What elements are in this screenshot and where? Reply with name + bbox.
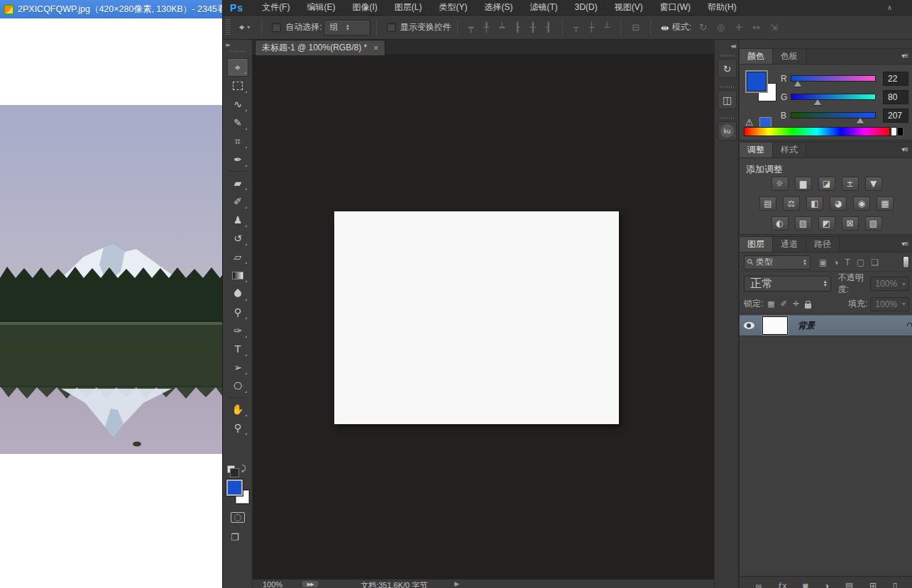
layer-thumbnail[interactable] bbox=[762, 316, 788, 335]
tab-adjustments[interactable]: 调整 bbox=[740, 143, 773, 157]
vibrance-icon[interactable]: ▼ bbox=[865, 177, 882, 191]
hand-tool[interactable]: ✋ bbox=[227, 400, 248, 418]
dodge-tool[interactable]: ⚲ bbox=[227, 303, 248, 321]
menu-item[interactable]: 图像(I) bbox=[344, 0, 385, 15]
history-brush-tool[interactable]: ↺ bbox=[227, 229, 248, 248]
3d-scale-icon[interactable]: ⇲ bbox=[765, 22, 783, 33]
history-panel-cell[interactable]: ↻ bbox=[717, 52, 737, 82]
layer-style-icon[interactable]: ƒx bbox=[778, 581, 787, 588]
status-drag-icon[interactable]: ▶▶ bbox=[302, 581, 318, 587]
layer-visibility-cell[interactable] bbox=[740, 322, 758, 329]
menu-item[interactable]: 滤镜(T) bbox=[521, 0, 566, 15]
3d-rotate-icon[interactable]: ↻ bbox=[694, 22, 712, 33]
swap-colors-icon[interactable]: ⤸ bbox=[241, 464, 246, 473]
type-tool[interactable]: T bbox=[227, 340, 248, 358]
chevron-up-icon[interactable]: ∧ bbox=[887, 4, 892, 11]
viewer-titlebar[interactable]: 2PXICQFQWP.jpg（420×280像素, 130KB）- 2345看图 bbox=[0, 0, 222, 18]
menu-item[interactable]: 窗口(W) bbox=[652, 0, 699, 15]
selective-color-icon[interactable]: ▧ bbox=[865, 216, 882, 231]
3d-roll-icon[interactable]: ◎ bbox=[712, 22, 730, 33]
green-value-field[interactable]: 80 bbox=[883, 90, 908, 104]
quick-select-tool[interactable]: ✎ bbox=[227, 113, 248, 132]
filter-adjustment-icon[interactable]: ◑ bbox=[833, 257, 838, 267]
color-lookup-icon[interactable]: ▦ bbox=[877, 196, 894, 211]
zoom-tool[interactable]: ⚲ bbox=[227, 418, 248, 437]
screen-mode-icon[interactable]: ❐ bbox=[231, 532, 245, 543]
lock-pixels-icon[interactable]: ✐ bbox=[781, 299, 787, 309]
default-colors-icon[interactable] bbox=[227, 465, 235, 473]
canvas[interactable] bbox=[334, 211, 619, 424]
tools-grip[interactable] bbox=[229, 50, 246, 52]
distribute-top-icon[interactable]: ┬ bbox=[568, 22, 584, 33]
auto-select-dropdown[interactable]: 组 ▲▼ bbox=[324, 20, 370, 35]
filter-type-icon[interactable]: T bbox=[845, 257, 850, 267]
blue-value-field[interactable]: 207 bbox=[883, 109, 908, 123]
marquee-tool[interactable] bbox=[227, 77, 248, 95]
align-left-icon[interactable]: ┠ bbox=[510, 22, 525, 33]
properties-panel-icon[interactable]: ◫ bbox=[718, 90, 737, 109]
shape-tool[interactable]: ⎔ bbox=[227, 377, 248, 395]
status-expand-icon[interactable]: ▶ bbox=[454, 580, 459, 587]
blur-tool[interactable] bbox=[227, 284, 248, 303]
properties-panel-cell[interactable]: ◫ bbox=[717, 84, 737, 113]
gamut-warning-icon[interactable]: ⚠ bbox=[745, 117, 754, 128]
menu-item[interactable]: 视图(V) bbox=[606, 0, 652, 15]
move-tool[interactable]: ⌖ bbox=[227, 58, 248, 77]
menu-item[interactable]: 选择(S) bbox=[476, 0, 521, 15]
clone-stamp-tool[interactable]: ♟ bbox=[227, 211, 248, 229]
foreground-color-swatch[interactable] bbox=[226, 479, 243, 496]
pen-tool[interactable]: ✑ bbox=[227, 321, 248, 340]
threshold-icon[interactable]: ◩ bbox=[818, 216, 835, 231]
opacity-dropdown[interactable]: 100% ▼ bbox=[870, 277, 909, 291]
align-top-icon[interactable]: ┯ bbox=[463, 22, 479, 33]
red-slider-handle[interactable] bbox=[794, 81, 801, 87]
spot-healing-tool[interactable]: ▰ bbox=[227, 174, 248, 192]
layer-filter-dropdown[interactable]: ⚲ 类型 ▲▼ bbox=[744, 255, 811, 270]
align-bottom-icon[interactable]: ┷ bbox=[494, 22, 510, 33]
hue-saturation-icon[interactable]: ▤ bbox=[759, 196, 776, 211]
menu-item[interactable]: 3D(D) bbox=[566, 0, 606, 15]
red-slider-track[interactable] bbox=[791, 75, 876, 82]
document-tab[interactable]: 未标题-1 @ 100%(RGB/8) * × bbox=[255, 40, 385, 55]
green-slider-track[interactable] bbox=[791, 94, 876, 100]
exposure-icon[interactable]: ± bbox=[842, 177, 859, 191]
filter-shape-icon[interactable]: ▢ bbox=[857, 257, 864, 267]
quick-mask-icon[interactable] bbox=[231, 512, 245, 523]
eraser-tool[interactable]: ▱ bbox=[227, 248, 248, 266]
align-vcenter-icon[interactable]: ╀ bbox=[479, 22, 495, 33]
tools-collapse-icon[interactable]: ▸▸ bbox=[226, 41, 229, 48]
panel-menu-icon[interactable]: ▾≡ bbox=[901, 240, 908, 248]
lasso-tool[interactable]: ∿ bbox=[227, 95, 248, 113]
menu-item[interactable]: 帮助(H) bbox=[699, 0, 745, 15]
align-hcenter-icon[interactable]: ╂ bbox=[525, 22, 541, 33]
color-balance-icon[interactable]: ⚖ bbox=[783, 196, 800, 211]
link-layers-icon[interactable]: ∞ bbox=[756, 581, 762, 588]
tab-styles[interactable]: 样式 bbox=[773, 143, 806, 157]
options-grip[interactable] bbox=[226, 19, 231, 36]
filter-smartobject-icon[interactable]: ❏ bbox=[871, 257, 879, 267]
spectrum-black-swatch[interactable] bbox=[897, 127, 903, 136]
tool-preset-dropdown-icon[interactable]: ▾ bbox=[247, 24, 250, 30]
photoshop-logo[interactable]: Ps bbox=[223, 2, 253, 13]
kuler-panel-cell[interactable]: ku bbox=[717, 115, 737, 145]
gradient-map-icon[interactable]: ⊠ bbox=[842, 216, 859, 231]
brightness-contrast-icon[interactable]: ☼ bbox=[771, 177, 789, 191]
panel-foreground-swatch[interactable] bbox=[747, 72, 767, 91]
blend-mode-dropdown[interactable]: 正常 ▲▼ bbox=[744, 276, 831, 292]
delete-layer-icon[interactable]: ▯ bbox=[893, 581, 898, 588]
auto-align-icon[interactable]: ⊟ bbox=[627, 22, 644, 33]
new-adjustment-icon[interactable]: ◑ bbox=[824, 581, 829, 588]
eyedropper-tool[interactable]: ✒ bbox=[227, 150, 248, 169]
history-panel-icon[interactable]: ↻ bbox=[718, 59, 737, 78]
auto-select-checkbox[interactable] bbox=[272, 23, 281, 32]
distribute-vcenter-icon[interactable]: ┼ bbox=[583, 22, 599, 33]
spectrum-white-swatch[interactable] bbox=[891, 127, 897, 136]
levels-icon[interactable]: ▆ bbox=[795, 177, 812, 191]
tab-layers[interactable]: 图层 bbox=[740, 237, 773, 252]
panel-menu-icon[interactable]: ▾≡ bbox=[901, 145, 908, 153]
curves-icon[interactable]: ◪ bbox=[818, 177, 835, 191]
layer-mask-icon[interactable]: ◙ bbox=[803, 581, 808, 588]
distribute-bottom-icon[interactable]: ┴ bbox=[599, 22, 615, 33]
tab-close-icon[interactable]: × bbox=[373, 43, 378, 53]
tab-channels[interactable]: 通道 bbox=[773, 237, 806, 252]
